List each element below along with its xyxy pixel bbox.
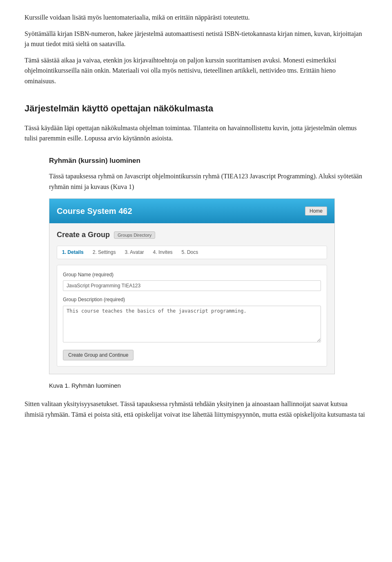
create-group-title: Create a Group xyxy=(57,229,110,241)
step-1: 1. Details xyxy=(62,249,84,256)
sub-section-heading: Ryhmän (kurssin) luominen xyxy=(24,155,368,166)
create-group-header: Create a Group Groups Directory xyxy=(57,229,327,241)
course-header: Course System 462 Home xyxy=(49,199,334,223)
home-button[interactable]: Home xyxy=(305,207,327,215)
figure-1: Course System 462 Home Create a Group Gr… xyxy=(24,198,368,374)
paragraph-5: Tässä tapauksessa ryhmä on Javascript oh… xyxy=(24,171,368,192)
create-group-button[interactable]: Create Group and Continue xyxy=(63,350,134,360)
course-body: Create a Group Groups Directory 1. Detai… xyxy=(49,223,334,374)
group-name-label: Group Name (required) xyxy=(63,271,321,279)
steps-bar: 1. Details 2. Settings 3. Avatar 4. Invi… xyxy=(57,246,327,259)
step-3: 3. Avatar xyxy=(125,249,144,256)
paragraph-3: Tämä säästää aikaa ja vaivaa, etenkin jo… xyxy=(24,55,368,87)
step-4: 4. Invites xyxy=(153,249,173,256)
figure-caption: Kuva 1. Ryhmän luominen xyxy=(24,381,368,391)
paragraph-6: Sitten valitaan yksityisyysasetukset. Tä… xyxy=(24,399,368,420)
step-5: 5. Docs xyxy=(182,249,198,256)
group-desc-label: Group Description (required) xyxy=(63,296,321,304)
course-header-title: Course System 462 xyxy=(57,204,132,218)
step-2: 2. Settings xyxy=(93,249,116,256)
group-name-input[interactable] xyxy=(63,280,321,291)
group-desc-textarea[interactable]: This course teaches the basics of the <s… xyxy=(63,306,321,342)
groups-directory-button[interactable]: Groups Directory xyxy=(114,231,155,239)
course-ui-screenshot: Course System 462 Home Create a Group Gr… xyxy=(49,198,335,374)
paragraph-1: Kurssille voidaan lisätä myös luentomate… xyxy=(24,12,368,23)
form-section: Group Name (required) Group Description … xyxy=(57,265,327,367)
section-heading: Järjestelmän käyttö opettajan näkökulmas… xyxy=(24,101,368,116)
paragraph-4: Tässä käydään läpi opettajan näkökulmast… xyxy=(24,123,368,144)
paragraph-2: Syöttämällä kirjan ISBN-numeron, hakee j… xyxy=(24,29,368,49)
